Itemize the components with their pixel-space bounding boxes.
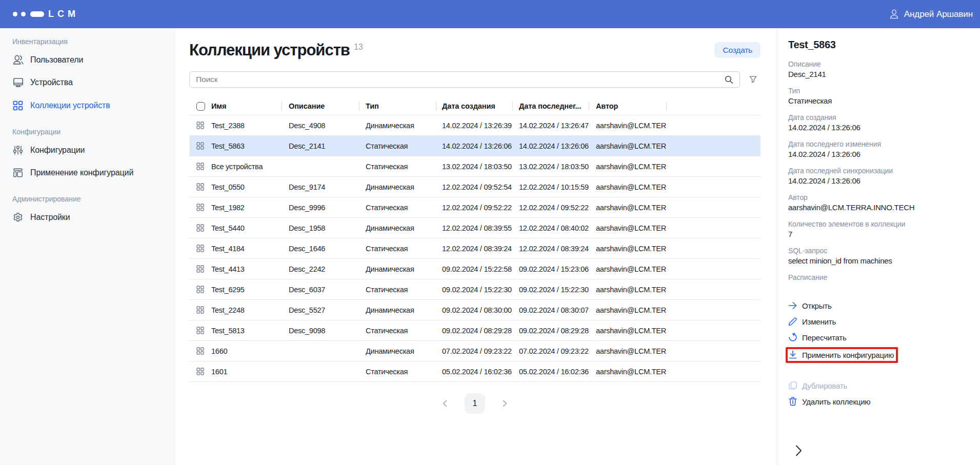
detail-field: ОписаниеDesc_2141 — [788, 60, 970, 79]
action-label: Удалить коллекцию — [802, 397, 870, 406]
previous-page-button[interactable] — [434, 400, 456, 407]
cell-author: aarshavin@LCM.TERRA.INNO.TECH — [589, 306, 666, 314]
sidebar: ИнвентаризацияПользователиУстройстваКолл… — [0, 28, 176, 465]
table-row[interactable]: Test_4184Desc_1646Статическая12.02.2024 … — [189, 238, 761, 259]
column-separator — [512, 102, 513, 111]
sidebar-item-gear[interactable]: Настройки — [12, 211, 170, 224]
collection-grid-icon — [196, 183, 211, 191]
logo-dot-icon — [13, 12, 17, 16]
field-label: Количество элементов в коллекции — [788, 220, 970, 229]
cell-modified: 14.02.2024 / 13:26:06 — [512, 142, 589, 150]
cell-name: Test_4413 — [211, 265, 282, 273]
refresh-icon — [788, 333, 797, 342]
cell-created: 12.02.2024 / 08:39:24 — [436, 245, 512, 253]
cell-type: Динамическая — [359, 265, 436, 273]
page-number-button[interactable]: 1 — [465, 393, 485, 414]
cell-description: Desc_9098 — [282, 327, 359, 335]
sidebar-item-sliders[interactable]: Конфигурации — [12, 144, 170, 156]
cell-name: Все устройства — [211, 163, 282, 171]
sidebar-item-layout[interactable]: Применение конфигураций — [12, 167, 170, 179]
collection-grid-icon — [196, 204, 211, 211]
table-row[interactable]: Test_2248Desc_5527Динамическая09.02.2024… — [189, 300, 761, 320]
cell-type: Статическая — [359, 245, 436, 253]
detail-field: Дата последнего изменения14.02.2024 / 13… — [788, 140, 970, 159]
cell-description: Desc_6037 — [282, 286, 359, 294]
page-title: Коллекции устройств13 — [189, 42, 363, 58]
field-value: aarshavin@LCM.TERRA.INNO.TECH — [788, 203, 970, 212]
cell-author: aarshavin@LCM.TERRA.INNO.TECH — [589, 183, 666, 191]
users-icon — [12, 54, 24, 66]
search-input[interactable] — [189, 71, 740, 88]
cell-created: 09.02.2024 / 08:29:28 — [436, 327, 512, 335]
cell-name: Test_4184 — [211, 245, 282, 253]
column-header: Тип — [359, 97, 436, 115]
cell-modified: 05.02.2024 / 16:02:36 — [512, 368, 589, 376]
table-row[interactable]: Test_5440Desc_1958Динамическая12.02.2024… — [189, 218, 761, 238]
panel-collapse-button[interactable] — [795, 444, 803, 457]
table-row[interactable]: Test_2388Desc_4908Динамическая14.02.2024… — [189, 115, 761, 136]
cell-type: Статическая — [359, 142, 436, 150]
action-trash[interactable]: Удалить коллекцию — [788, 396, 870, 407]
user-menu[interactable]: Андрей Аршавин — [890, 9, 973, 19]
table-row[interactable]: Test_4413Desc_2242Динамическая09.02.2024… — [189, 259, 761, 279]
column-separator — [359, 102, 359, 111]
cell-type: Статическая — [359, 368, 436, 376]
cell-name: 1601 — [211, 368, 282, 376]
detail-field: ТипСтатическая — [788, 87, 970, 106]
table-row[interactable]: Test_0550Desc_9174Динамическая12.02.2024… — [189, 177, 761, 197]
column-separator — [282, 102, 282, 111]
cell-created: 12.02.2024 / 09:52:22 — [436, 204, 512, 212]
table-row[interactable]: 1601Статическая05.02.2024 / 16:02:3605.0… — [189, 361, 761, 382]
cell-name: Test_5440 — [211, 224, 282, 232]
sliders-icon — [12, 145, 24, 156]
cell-modified: 13.02.2024 / 18:03:50 — [512, 163, 589, 171]
table-row[interactable]: 1660Динамическая07.02.2024 / 09:23:2207.… — [189, 341, 761, 361]
table-row[interactable]: Test_5813Desc_9098Статическая09.02.2024 … — [189, 320, 761, 341]
table-row[interactable]: Все устройстваСтатическая13.02.2024 / 18… — [189, 156, 761, 177]
table-row[interactable]: Test_5863Desc_2141Статическая14.02.2024 … — [189, 136, 761, 156]
details-panel: Test_5863 ОписаниеDesc_2141ТипСтатическа… — [777, 28, 980, 465]
action-download[interactable]: Применить конфигурацию — [788, 349, 894, 360]
column-separator — [589, 102, 589, 111]
table-row[interactable]: Test_1982Desc_9996Статическая12.02.2024 … — [189, 197, 761, 218]
cell-modified: 09.02.2024 / 08:30:07 — [512, 306, 589, 314]
cell-author: aarshavin@LCM.TERRA.INNO.TECH — [589, 204, 666, 212]
action-arrow-right[interactable]: Открыть — [788, 300, 832, 311]
field-value: Статическая — [788, 96, 970, 106]
cell-author: aarshavin@LCM.TERRA.INNO.TECH — [589, 347, 666, 355]
cell-modified: 12.02.2024 / 08:39:24 — [512, 245, 589, 253]
cell-type: Динамическая — [359, 347, 436, 355]
create-button[interactable]: Создать — [714, 42, 761, 58]
cell-description: Desc_9174 — [282, 183, 359, 191]
collection-grid-icon — [196, 142, 211, 150]
user-icon — [890, 9, 898, 19]
action-label: Изменить — [802, 317, 836, 326]
search-icon[interactable] — [725, 75, 733, 84]
detail-field: Авторaarshavin@LCM.TERRA.INNO.TECH — [788, 193, 970, 212]
panel-title: Test_5863 — [788, 38, 970, 51]
table-header-row: ИмяОписаниеТипДата созданияДата последне… — [189, 97, 761, 115]
cell-type: Статическая — [359, 204, 436, 212]
cell-description: Desc_1958 — [282, 224, 359, 232]
pagination: 1 — [189, 393, 761, 414]
sidebar-item-users[interactable]: Пользователи — [12, 54, 170, 66]
column-header: Описание — [282, 97, 359, 115]
cell-type: Динамическая — [359, 122, 436, 130]
table-row[interactable]: Test_6295Desc_6037Статическая09.02.2024 … — [189, 279, 761, 300]
action-pencil[interactable]: Изменить — [788, 316, 836, 327]
field-label: Дата создания — [788, 113, 970, 122]
collection-grid-icon — [196, 122, 211, 129]
app-header: LCM Андрей Аршавин — [0, 0, 980, 28]
sidebar-section-title: Инвентаризация — [12, 37, 170, 46]
cell-created: 14.02.2024 / 13:26:39 — [436, 122, 512, 130]
select-all-checkbox[interactable] — [196, 102, 205, 111]
field-value: 7 — [788, 229, 970, 239]
cell-modified: 09.02.2024 / 08:29:28 — [512, 327, 589, 335]
next-page-button[interactable] — [494, 400, 515, 407]
filter-icon[interactable] — [749, 76, 757, 83]
sidebar-item-devices[interactable]: Устройства — [12, 76, 170, 89]
field-label: Автор — [788, 193, 970, 202]
cell-modified: 14.02.2024 / 13:26:47 — [512, 122, 589, 130]
action-refresh[interactable]: Пересчитать — [788, 332, 847, 343]
sidebar-item-collections[interactable]: Коллекции устройств — [12, 99, 170, 112]
